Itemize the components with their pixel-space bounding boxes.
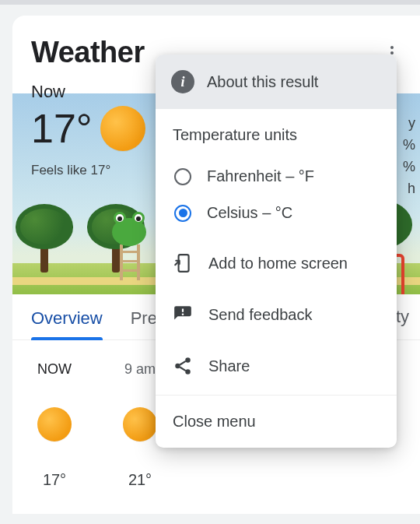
unit-label: Celsius – °C bbox=[207, 204, 292, 222]
sunny-icon bbox=[37, 407, 72, 441]
tab-precipitation[interactable]: Pre bbox=[131, 308, 157, 339]
svg-point-3 bbox=[185, 369, 191, 375]
menu-close[interactable]: Close menu bbox=[156, 396, 397, 448]
unit-fahrenheit[interactable]: Fahrenheit – °F bbox=[173, 158, 380, 195]
hour-temp: 21° bbox=[128, 471, 152, 489]
radio-checked-icon bbox=[174, 205, 191, 222]
units-heading: Temperature units bbox=[173, 126, 380, 144]
tab-partial-right[interactable]: ty bbox=[396, 307, 409, 327]
menu-send-feedback[interactable]: Send feedback bbox=[156, 289, 397, 340]
hour-label: 9 am bbox=[124, 361, 156, 378]
menu-about-label: About this result bbox=[207, 73, 318, 91]
status-bar bbox=[0, 0, 420, 5]
unit-label: Fahrenheit – °F bbox=[207, 167, 314, 185]
tree-graphic bbox=[16, 204, 73, 273]
temperature-units-section: Temperature units Fahrenheit – °F Celsiu… bbox=[156, 109, 397, 237]
info-icon: i bbox=[171, 70, 194, 93]
svg-point-1 bbox=[185, 357, 191, 363]
menu-share[interactable]: Share bbox=[156, 340, 397, 392]
hour-label: NOW bbox=[37, 361, 72, 378]
add-to-home-icon bbox=[173, 253, 193, 273]
feedback-icon bbox=[173, 304, 193, 325]
details-peek: y % % h bbox=[403, 112, 415, 199]
hour-temp: 17° bbox=[43, 471, 66, 489]
sunny-icon bbox=[123, 407, 157, 441]
tab-overview[interactable]: Overview bbox=[31, 308, 103, 339]
current-temperature: 17° bbox=[31, 105, 93, 152]
menu-item-label: Send feedback bbox=[208, 306, 312, 324]
radio-unchecked-icon bbox=[174, 168, 191, 185]
overflow-menu: i About this result Temperature units Fa… bbox=[156, 55, 397, 448]
menu-item-label: Share bbox=[208, 357, 250, 375]
hour-column: NOW 17° bbox=[31, 361, 78, 489]
sunny-icon bbox=[100, 106, 145, 151]
menu-about-row[interactable]: i About this result bbox=[156, 55, 397, 109]
menu-add-home-screen[interactable]: Add to home screen bbox=[156, 237, 397, 289]
svg-point-2 bbox=[175, 364, 180, 369]
unit-celsius[interactable]: Celsius – °C bbox=[173, 195, 380, 231]
share-icon bbox=[173, 356, 193, 376]
page-title: Weather bbox=[31, 36, 145, 69]
menu-item-label: Add to home screen bbox=[208, 255, 348, 273]
frog-graphic bbox=[106, 218, 152, 265]
